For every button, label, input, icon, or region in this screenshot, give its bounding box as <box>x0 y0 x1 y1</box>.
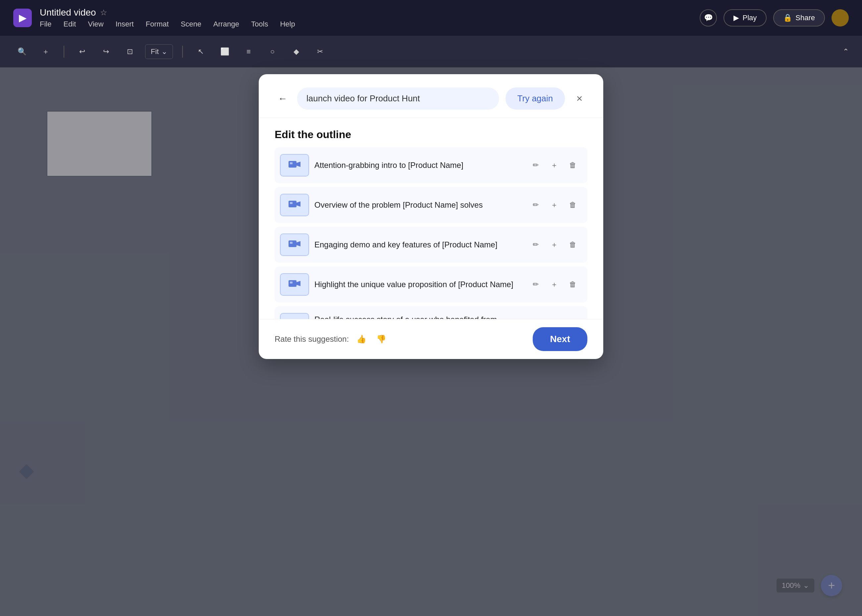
outline-item: Engaging demo and key features of [Produ… <box>275 227 587 262</box>
svg-rect-3 <box>289 201 296 207</box>
outline-item-text: Overview of the problem [Product Name] s… <box>315 200 522 210</box>
add-item-button[interactable]: ＋ <box>546 197 562 213</box>
svg-marker-1 <box>296 162 300 167</box>
search-tool-button[interactable]: 🔍 <box>13 43 30 60</box>
item-actions: ✏ ＋ 🗑 <box>528 237 581 253</box>
toolbar-separator-2 <box>182 46 183 58</box>
outline-item: Overview of the problem [Product Name] s… <box>275 187 587 223</box>
share-label: Share <box>795 14 815 22</box>
zoom-fit-button[interactable]: ⊡ <box>121 43 138 60</box>
star-icon[interactable]: ☆ <box>100 8 107 17</box>
edit-item-button[interactable]: ✏ <box>528 237 544 253</box>
title-area: Untitled video ☆ File Edit View Insert F… <box>40 7 295 28</box>
modal-search-bar: launch video for Product Hunt <box>297 88 499 110</box>
app-title: Untitled video <box>40 7 96 18</box>
play-icon: ▶ <box>733 14 739 22</box>
edit-item-button[interactable]: ✏ <box>528 316 544 319</box>
outline-item-text: Highlight the unique value proposition o… <box>315 280 522 289</box>
rectangle-tool-button[interactable]: ⬜ <box>216 43 233 60</box>
scene-video-icon <box>289 160 300 171</box>
svg-rect-0 <box>289 161 296 168</box>
paint-tool-button[interactable]: ◆ <box>288 43 305 60</box>
play-button[interactable]: ▶ Play <box>724 9 767 27</box>
svg-rect-6 <box>289 240 296 247</box>
fit-label: Fit <box>151 47 159 56</box>
app-logo: ▶ <box>13 9 32 27</box>
edit-item-button[interactable]: ✏ <box>528 277 544 292</box>
outline-item: Highlight the unique value proposition o… <box>275 267 587 302</box>
item-actions: ✏ ＋ 🗑 <box>528 197 581 213</box>
toolbar-separator-1 <box>64 46 64 58</box>
top-bar: ▶ Untitled video ☆ File Edit View Insert… <box>0 0 862 36</box>
delete-item-button[interactable]: 🗑 <box>565 157 581 173</box>
outline-item-text: Engaging demo and key features of [Produ… <box>315 240 522 249</box>
edit-item-button[interactable]: ✏ <box>528 197 544 213</box>
scene-video-icon <box>289 200 300 211</box>
undo-button[interactable]: ↩ <box>74 43 91 60</box>
menu-help[interactable]: Help <box>280 20 295 28</box>
outline-list: Attention-grabbing intro to [Product Nam… <box>259 148 603 319</box>
scene-thumbnail <box>280 154 309 176</box>
scene-thumbnail <box>280 194 309 216</box>
scene-thumbnail <box>280 234 309 256</box>
rating-area: Rate this suggestion: 👍 👎 <box>275 332 389 346</box>
outline-item: Real-life success story of a user who be… <box>275 306 587 319</box>
delete-item-button[interactable]: 🗑 <box>565 316 581 319</box>
redo-button[interactable]: ↪ <box>98 43 115 60</box>
user-avatar[interactable] <box>832 9 849 27</box>
menu-scene[interactable]: Scene <box>181 20 201 28</box>
fit-chevron-icon: ⌄ <box>161 47 167 56</box>
delete-item-button[interactable]: 🗑 <box>565 197 581 213</box>
item-actions: ✏ ＋ 🗑 <box>528 277 581 292</box>
modal-footer: Rate this suggestion: 👍 👎 Next <box>259 319 603 359</box>
svg-rect-9 <box>289 280 296 287</box>
edit-item-button[interactable]: ✏ <box>528 157 544 173</box>
svg-rect-8 <box>290 242 293 244</box>
modal-title: Edit the outline <box>259 118 603 148</box>
menu-file[interactable]: File <box>40 20 51 28</box>
fit-selector[interactable]: Fit ⌄ <box>145 44 173 59</box>
menu-format[interactable]: Format <box>146 20 169 28</box>
svg-marker-10 <box>296 281 300 286</box>
add-item-button[interactable]: ＋ <box>546 277 562 292</box>
svg-marker-4 <box>296 201 300 207</box>
add-item-button[interactable]: ＋ <box>546 237 562 253</box>
menu-bar: File Edit View Insert Format Scene Arran… <box>40 20 295 28</box>
cursor-tool-button[interactable]: ↖ <box>192 43 209 60</box>
menu-insert[interactable]: Insert <box>116 20 134 28</box>
edit-outline-modal: ← launch video for Product Hunt Try agai… <box>259 74 603 359</box>
collapse-toolbar-button[interactable]: ⌃ <box>843 47 849 56</box>
outline-item: Attention-grabbing intro to [Product Nam… <box>275 148 587 183</box>
search-query-text: launch video for Product Hunt <box>307 93 420 104</box>
play-label: Play <box>742 14 757 22</box>
filter-tool-button[interactable]: ≡ <box>240 43 257 60</box>
modal-close-button[interactable]: × <box>571 91 587 107</box>
menu-arrange[interactable]: Arrange <box>213 20 239 28</box>
try-again-button[interactable]: Try again <box>505 88 565 110</box>
comment-button[interactable]: 💬 <box>700 9 717 27</box>
scene-video-icon <box>289 279 300 291</box>
scene-thumbnail <box>280 273 309 296</box>
thumbs-up-button[interactable]: 👍 <box>354 332 369 346</box>
add-item-button[interactable]: ＋ <box>546 157 562 173</box>
menu-tools[interactable]: Tools <box>251 20 268 28</box>
scene-video-icon <box>289 239 300 251</box>
next-button[interactable]: Next <box>533 327 587 351</box>
menu-view[interactable]: View <box>88 20 103 28</box>
thumbs-down-button[interactable]: 👎 <box>374 332 389 346</box>
outline-item-text: Attention-grabbing intro to [Product Nam… <box>315 160 522 170</box>
add-item-button[interactable]: ＋ <box>546 316 562 319</box>
svg-rect-5 <box>290 202 293 204</box>
modal-header: ← launch video for Product Hunt Try agai… <box>259 74 603 118</box>
scene-thumbnail <box>280 313 309 319</box>
circle-tool-button[interactable]: ○ <box>264 43 281 60</box>
modal-back-button[interactable]: ← <box>275 91 291 107</box>
share-button[interactable]: 🔒 Share <box>773 9 825 27</box>
zoom-in-button[interactable]: ＋ <box>37 43 54 60</box>
delete-item-button[interactable]: 🗑 <box>565 237 581 253</box>
menu-edit[interactable]: Edit <box>63 20 76 28</box>
delete-item-button[interactable]: 🗑 <box>565 277 581 292</box>
scissors-tool-button[interactable]: ✂ <box>311 43 329 60</box>
svg-rect-2 <box>290 162 293 164</box>
toolbar: 🔍 ＋ ↩ ↪ ⊡ Fit ⌄ ↖ ⬜ ≡ ○ ◆ ✂ ⌃ <box>0 36 862 68</box>
